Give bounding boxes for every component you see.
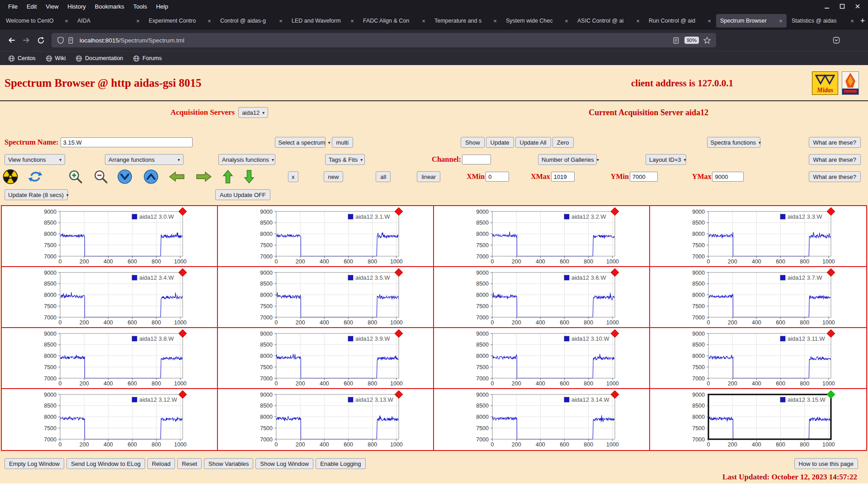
spectrum-panel-aida12-3-6-w[interactable]: 7000750080008500900002004006008001000aid… [434, 267, 650, 328]
bookmark-documentation[interactable]: Documentation [72, 54, 127, 63]
tab-fadc-align-con[interactable]: FADC Align & Con× [359, 14, 429, 28]
how-to-use-button[interactable]: How to use this page [794, 458, 858, 469]
reset-button[interactable]: Reset [177, 458, 202, 469]
new-button[interactable]: new [324, 171, 344, 182]
bookmark-forums[interactable]: Forums [129, 54, 165, 63]
powered-logo[interactable] [842, 71, 859, 95]
tab-spectrum-browser[interactable]: Spectrum Browser× [716, 14, 787, 28]
spectrum-panel-aida12-3-10-w[interactable]: 7000750080008500900002004006008001000aid… [434, 328, 650, 389]
new-tab-button[interactable]: + [859, 14, 867, 28]
pan-right-button[interactable] [196, 171, 212, 182]
select-a-spectrum-dropdown[interactable]: Select a spectrum▾ [275, 137, 326, 148]
reload-button[interactable] [33, 33, 48, 47]
tab-experiment-contro[interactable]: Experiment Contro× [145, 14, 215, 28]
zoom-in-button[interactable] [68, 169, 83, 184]
analysis-functions-dropdown[interactable]: Analysis functions▾ [218, 154, 275, 165]
view-functions-dropdown[interactable]: View functions▾ [5, 154, 65, 165]
multi-button[interactable]: multi [332, 137, 353, 148]
refresh-button[interactable] [28, 169, 43, 184]
tags-fits-dropdown[interactable]: Tags & Fits▾ [325, 154, 365, 165]
spectrum-panel-aida12-3-1-w[interactable]: 7000750080008500900002004006008001000aid… [218, 206, 434, 267]
tab-statistics-aidas[interactable]: Statistics @ aidas× [788, 14, 858, 28]
spectrum-panel-aida12-3-8-w[interactable]: 7000750080008500900002004006008001000aid… [2, 328, 218, 389]
close-button[interactable] [850, 1, 865, 12]
xmin-input[interactable] [486, 172, 509, 182]
back-button[interactable] [5, 33, 19, 47]
zero-button[interactable]: Zero [552, 137, 574, 148]
menu-tools[interactable]: Tools [129, 3, 151, 10]
update-all-button[interactable]: Update All [515, 137, 551, 148]
tab-welcome-to-cento[interactable]: Welcome to CentO× [2, 14, 72, 28]
what-are-these-button[interactable]: What are these? [809, 154, 861, 165]
ymax-input[interactable] [712, 172, 744, 182]
zoom-out-button[interactable] [93, 169, 108, 184]
what-are-these-button[interactable]: What are these? [809, 137, 861, 148]
x-button[interactable]: x [288, 171, 298, 182]
spectrum-panel-aida12-3-3-w[interactable]: 7000750080008500900002004006008001000aid… [650, 206, 866, 267]
tab-temperature-and-s[interactable]: Temperature and s× [430, 14, 501, 28]
tracking-shield-icon[interactable] [56, 35, 66, 45]
tab-close-icon[interactable]: × [849, 17, 856, 24]
spectrum-panel-aida12-3-12-w[interactable]: 7000750080008500900002004006008001000aid… [2, 389, 218, 450]
url-bar[interactable]: localhost:8015/Spectrum/Spectrum.tml 90% [52, 33, 716, 47]
tab-close-icon[interactable]: × [634, 17, 642, 24]
menu-file[interactable]: File [4, 3, 22, 10]
tab-close-icon[interactable]: × [491, 17, 499, 24]
all-button[interactable]: all [376, 171, 391, 182]
empty-log-window-button[interactable]: Empty Log Window [5, 458, 64, 469]
menu-view[interactable]: View [41, 3, 63, 10]
xmax-input[interactable] [551, 172, 575, 182]
bookmark-star-icon[interactable] [702, 35, 712, 45]
number-of-galleries-dropdown[interactable]: Number of Galleries▾ [538, 154, 597, 165]
tab-close-icon[interactable]: × [206, 17, 213, 24]
tab-system-wide-chec[interactable]: System wide Chec× [502, 14, 572, 28]
forward-button[interactable] [19, 33, 33, 47]
shift-up-button[interactable] [143, 169, 159, 184]
update-button[interactable]: Update [486, 137, 514, 148]
tab-aida[interactable]: AIDA× [73, 14, 144, 28]
tab-close-icon[interactable]: × [277, 17, 284, 24]
show-variables-button[interactable]: Show Variables [204, 458, 253, 469]
pan-up-button[interactable] [222, 169, 233, 184]
enable-logging-button[interactable]: Enable Logging [316, 458, 365, 469]
tab-control-aidas-g[interactable]: Control @ aidas-g× [216, 14, 287, 28]
tab-led-and-waveform[interactable]: LED and Waveform× [288, 14, 358, 28]
show-button[interactable]: Show [461, 137, 485, 148]
page-info-icon[interactable] [66, 35, 75, 45]
spectrum-panel-aida12-3-4-w[interactable]: 7000750080008500900002004006008001000aid… [2, 267, 218, 328]
layout-id-dropdown[interactable]: Layout ID=3▾ [646, 154, 686, 165]
tab-run-control-aid[interactable]: Run Control @ aid× [645, 14, 715, 28]
auto-update-button[interactable]: Auto Update OFF [215, 189, 270, 200]
pan-down-button[interactable] [244, 169, 255, 184]
spectrum-panel-aida12-3-13-w[interactable]: 7000750080008500900002004006008001000aid… [218, 389, 434, 450]
spectrum-panel-aida12-3-9-w[interactable]: 7000750080008500900002004006008001000aid… [218, 328, 434, 389]
send-log-window-to-elog-button[interactable]: Send Log Window to ELog [66, 458, 145, 469]
bookmark-centos[interactable]: Centos [5, 54, 39, 63]
reload-button[interactable]: Reload [147, 458, 175, 469]
tab-close-icon[interactable]: × [563, 17, 570, 24]
what-are-these-button[interactable]: What are these? [809, 171, 861, 182]
reader-mode-icon[interactable] [671, 35, 681, 45]
spectrum-panel-aida12-3-7-w[interactable]: 7000750080008500900002004006008001000aid… [650, 267, 866, 328]
acquisition-server-dropdown[interactable]: aida12▾ [238, 107, 268, 118]
spectrum-panel-aida12-3-5-w[interactable]: 7000750080008500900002004006008001000aid… [218, 267, 434, 328]
tab-close-icon[interactable]: × [420, 17, 427, 24]
radiation-button[interactable] [3, 169, 18, 184]
zoom-level-indicator[interactable]: 90% [684, 37, 699, 44]
spectrum-panel-aida12-3-0-w[interactable]: 7000750080008500900002004006008001000aid… [2, 206, 218, 267]
menu-history[interactable]: History [63, 3, 90, 10]
pocket-icon[interactable] [829, 33, 844, 47]
maximize-button[interactable] [835, 1, 850, 12]
minimize-button[interactable] [819, 1, 835, 12]
menu-edit[interactable]: Edit [22, 3, 41, 10]
midas-logo[interactable]: Midas [812, 71, 838, 95]
tab-close-icon[interactable]: × [349, 17, 356, 24]
spectrum-name-input[interactable] [61, 137, 193, 147]
menu-help[interactable]: Help [151, 3, 173, 10]
tab-close-icon[interactable]: × [706, 17, 713, 24]
linear-button[interactable]: linear [417, 171, 440, 182]
spectra-functions-dropdown[interactable]: Spectra functions▾ [707, 137, 760, 148]
spectrum-panel-aida12-3-15-w[interactable]: 7000750080008500900002004006008001000aid… [650, 389, 866, 450]
menu-bookmarks[interactable]: Bookmarks [90, 3, 129, 10]
url-text[interactable]: localhost:8015/Spectrum/Spectrum.tml [80, 37, 671, 44]
